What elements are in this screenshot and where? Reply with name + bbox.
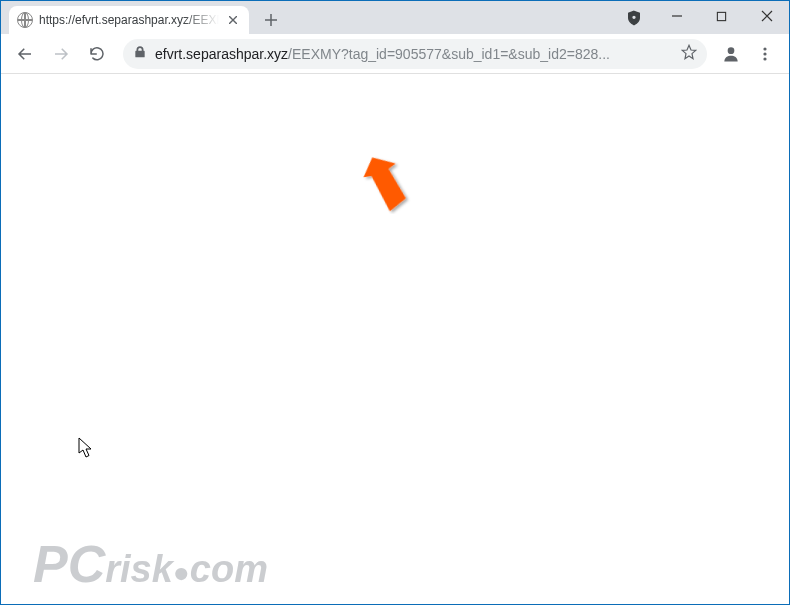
maximize-button[interactable] — [699, 1, 744, 31]
toolbar: efvrt.separashpar.xyz/EEXMY?tag_id=90557… — [1, 34, 789, 74]
back-button[interactable] — [9, 38, 41, 70]
page-content: PCrisk●com — [1, 74, 789, 604]
annotation-arrow-icon — [363, 154, 419, 214]
tab-strip: https://efvrt.separashpar.xyz/EEXMY — [1, 6, 626, 34]
browser-tab[interactable]: https://efvrt.separashpar.xyz/EEXMY — [9, 6, 249, 34]
svg-point-2 — [728, 47, 735, 54]
window-controls — [654, 1, 789, 33]
tab-title: https://efvrt.separashpar.xyz/EEXMY — [39, 13, 219, 27]
incognito-shield-icon — [626, 10, 642, 26]
address-bar[interactable]: efvrt.separashpar.xyz/EEXMY?tag_id=90557… — [123, 39, 707, 69]
menu-button[interactable] — [749, 38, 781, 70]
titlebar: https://efvrt.separashpar.xyz/EEXMY — [1, 1, 789, 34]
new-tab-button[interactable] — [257, 6, 285, 34]
mouse-cursor-icon — [78, 437, 94, 459]
lock-icon[interactable] — [133, 45, 147, 62]
tab-close-button[interactable] — [225, 12, 241, 28]
reload-button[interactable] — [81, 38, 113, 70]
url-text: efvrt.separashpar.xyz/EEXMY?tag_id=90557… — [155, 46, 673, 62]
close-window-button[interactable] — [744, 1, 789, 31]
svg-rect-1 — [717, 12, 725, 20]
minimize-button[interactable] — [654, 1, 699, 31]
watermark: PCrisk●com — [33, 534, 268, 594]
forward-button[interactable] — [45, 38, 77, 70]
bookmark-star-icon[interactable] — [681, 44, 697, 63]
svg-point-5 — [763, 57, 766, 60]
globe-icon — [17, 12, 33, 28]
url-path: /EEXMY?tag_id=905577&sub_id1=&sub_id2=82… — [288, 46, 610, 62]
svg-point-3 — [763, 47, 766, 50]
svg-point-4 — [763, 52, 766, 55]
profile-button[interactable] — [717, 40, 745, 68]
url-host: efvrt.separashpar.xyz — [155, 46, 288, 62]
svg-point-0 — [632, 15, 637, 20]
